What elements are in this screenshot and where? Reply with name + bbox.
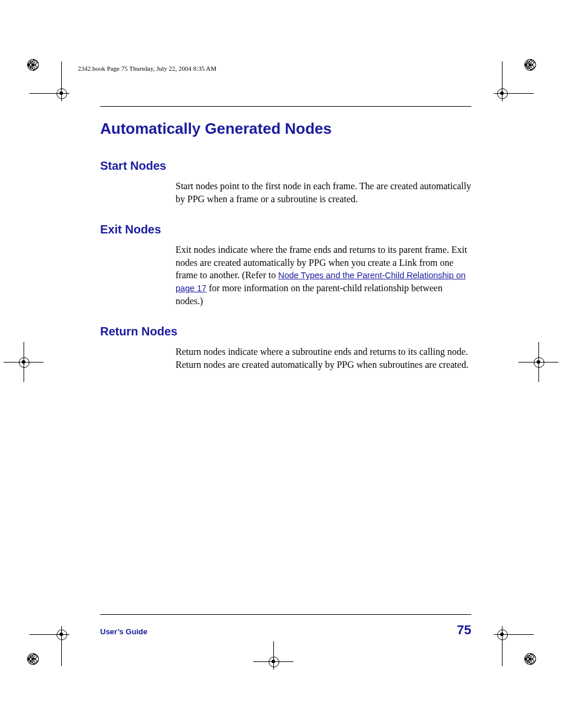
- body-paragraph: Start nodes point to the first node in e…: [176, 180, 471, 205]
- crosshair-icon: [265, 653, 282, 670]
- section-heading: Exit Nodes: [100, 223, 471, 236]
- footer-doc-label: User’s Guide: [100, 627, 147, 636]
- crosshair-icon: [53, 626, 70, 643]
- crosshair-icon: [494, 626, 510, 643]
- page-number: 75: [457, 622, 471, 638]
- body-text: Start nodes point to the first node in e…: [176, 181, 471, 204]
- registration-mark-icon: [524, 59, 536, 71]
- body-text: Return nodes indicate where a subroutine…: [176, 347, 468, 370]
- crosshair-icon: [494, 85, 510, 101]
- section-heading: Start Nodes: [100, 159, 471, 173]
- registration-mark-icon: [524, 653, 536, 665]
- registration-mark-icon: [27, 653, 39, 665]
- content-area: Automatically Generated Nodes Start Node…: [100, 106, 471, 388]
- running-head: 2342.book Page 75 Thursday, July 22, 200…: [78, 65, 216, 72]
- registration-mark-icon: [27, 59, 39, 71]
- section-heading: Return Nodes: [100, 325, 471, 338]
- crosshair-icon: [53, 85, 70, 101]
- crosshair-icon: [530, 354, 547, 370]
- body-text: for more information on the parent-child…: [176, 283, 442, 306]
- horizontal-rule: [100, 106, 471, 107]
- horizontal-rule: [100, 614, 471, 615]
- page-title: Automatically Generated Nodes: [100, 120, 471, 138]
- crosshair-icon: [15, 354, 32, 370]
- page-footer: User’s Guide 75: [100, 622, 471, 638]
- body-paragraph: Exit nodes indicate where the frame ends…: [176, 243, 471, 307]
- body-paragraph: Return nodes indicate where a subroutine…: [176, 345, 471, 371]
